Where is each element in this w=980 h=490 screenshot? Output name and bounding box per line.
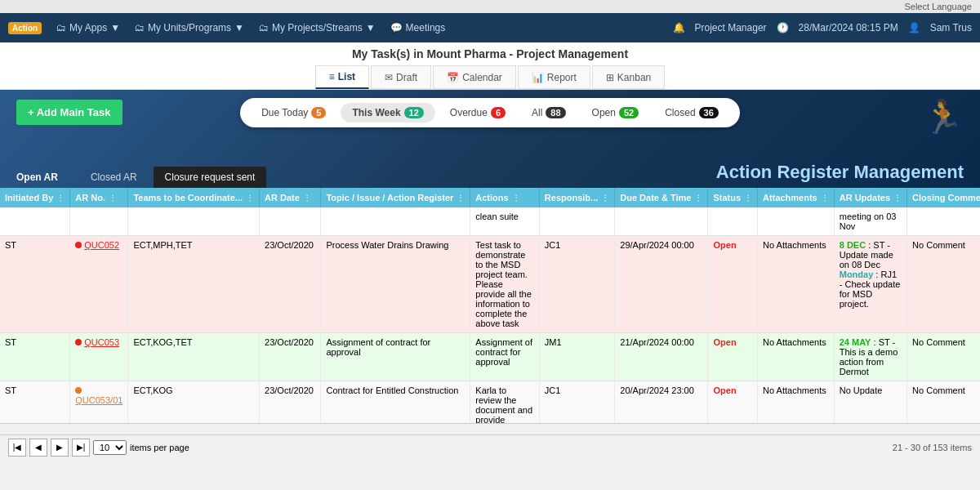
prev-page-btn[interactable]: ◀ <box>29 439 47 457</box>
ar-number-link[interactable]: QUC053 <box>84 337 119 347</box>
overdue-badge: 6 <box>491 107 506 118</box>
col-menu-actions[interactable]: ⋮ <box>512 194 520 203</box>
col-initiated-by: Initiated By⋮ <box>0 188 70 207</box>
update-date-2: Monday <box>840 270 874 279</box>
items-per-page-select[interactable]: 10 25 50 <box>93 440 127 455</box>
filter-this-week[interactable]: This Week 12 <box>341 103 434 122</box>
items-per-page-label: items per page <box>130 443 189 452</box>
ar-section-tabs: Open AR Closed AR Closure request sent <box>0 167 266 188</box>
runner-icon: 🏃 <box>923 98 964 136</box>
datetime-display: 28/Mar/2024 08:15 PM <box>799 22 898 33</box>
cell-teams: ECT,KOG <box>128 381 260 424</box>
tab-closed-ar[interactable]: Closed AR <box>74 167 154 188</box>
filter-all[interactable]: All 88 <box>520 103 577 122</box>
col-menu-teams[interactable]: ⋮ <box>246 194 254 203</box>
tab-calendar[interactable]: 📅 Calendar <box>433 65 516 89</box>
col-menu-initiated[interactable]: ⋮ <box>56 194 65 203</box>
nav-meetings[interactable]: 💬 Meetings <box>384 19 452 37</box>
tab-list[interactable]: ≡ List <box>315 65 369 89</box>
table-header-row: Initiated By⋮ AR No.⋮ Teams to be Coordi… <box>0 188 980 207</box>
cell-initiated-by <box>0 207 70 236</box>
cell-responsible: JM1 <box>539 333 614 381</box>
username-display: Sam Trus <box>930 22 972 33</box>
col-menu-status[interactable]: ⋮ <box>744 194 752 203</box>
cell-status: Open <box>708 236 758 333</box>
filter-open[interactable]: Open 52 <box>581 103 651 122</box>
cell-actions: clean suite <box>470 207 540 236</box>
items-per-page-control: 10 25 50 items per page <box>93 440 189 455</box>
cell-updates: meeting on 03 Nov <box>834 207 906 236</box>
cell-actions: Test task to demonstrate to the MSD proj… <box>470 236 540 333</box>
col-responsible: Responsib...⋮ <box>539 188 614 207</box>
nav-my-units[interactable]: 🗂 My Units/Programs ▼ <box>128 19 251 37</box>
col-menu-resp[interactable]: ⋮ <box>601 194 609 203</box>
all-badge: 88 <box>546 107 565 118</box>
table-body: clean suite meeting on 03 Nov ST QUC052 … <box>0 207 980 423</box>
ar-dot <box>75 339 82 345</box>
col-ar-no: AR No.⋮ <box>70 188 128 207</box>
list-icon: ≡ <box>329 71 335 82</box>
last-page-btn[interactable]: ▶| <box>72 439 90 457</box>
filter-overdue[interactable]: Overdue 6 <box>439 103 517 122</box>
task-table-wrapper[interactable]: Initiated By⋮ AR No.⋮ Teams to be Coordi… <box>0 188 980 423</box>
cell-due-date <box>615 207 708 236</box>
cell-closing: No Comment <box>907 381 980 424</box>
col-menu-due[interactable]: ⋮ <box>694 194 702 203</box>
col-menu-topic[interactable]: ⋮ <box>457 194 465 203</box>
folder-icon-2: 🗂 <box>135 22 145 33</box>
col-closing: Closing Comment...⋮ <box>907 188 980 207</box>
cell-topic: Process Water Drains Drawing <box>321 236 470 333</box>
col-menu-arno[interactable]: ⋮ <box>109 194 117 203</box>
cell-updates: 24 MAY : ST - This is a demo action from… <box>834 333 906 381</box>
open-badge: 52 <box>619 107 639 118</box>
dropdown-icon: ▼ <box>110 22 120 33</box>
chat-icon: 💬 <box>390 22 403 33</box>
table-row: ST QUC053/01 ECT,KOG 23/Oct/2020 Contrac… <box>0 381 980 424</box>
status-badge: Open <box>713 337 736 347</box>
cell-teams <box>128 207 260 236</box>
cell-updates: No Update <box>834 381 906 424</box>
filter-closed[interactable]: Closed 36 <box>653 103 730 122</box>
cell-updates: 8 DEC : ST - Update made on 08 DecMonday… <box>834 236 906 333</box>
status-badge: Open <box>713 240 736 250</box>
col-attachments: Attachments⋮ <box>758 188 835 207</box>
cell-due-date: 20/Apr/2024 23:00 <box>615 381 708 424</box>
table-row: clean suite meeting on 03 Nov <box>0 207 980 236</box>
tab-kanban[interactable]: ⊞ Kanban <box>592 65 665 89</box>
page-info: 21 - 30 of 153 items <box>893 443 972 452</box>
tab-open-ar[interactable]: Open AR <box>0 167 74 188</box>
col-menu-attach[interactable]: ⋮ <box>821 194 829 203</box>
next-page-btn[interactable]: ▶ <box>51 439 69 457</box>
ar-number-link[interactable]: QUC052 <box>84 240 119 250</box>
notification-icon[interactable]: 🔔 <box>673 22 685 33</box>
cell-ar-date: 23/Oct/2020 <box>260 381 321 424</box>
draft-icon: ✉ <box>385 72 393 83</box>
calendar-icon: 📅 <box>447 72 459 83</box>
filter-due-today[interactable]: Due Today 5 <box>250 103 337 122</box>
ar-number-link[interactable]: QUC053/01 <box>75 395 122 405</box>
update-date-1: 8 DEC <box>840 240 866 250</box>
cell-closing <box>907 207 980 236</box>
col-menu-ardate[interactable]: ⋮ <box>303 194 311 203</box>
dropdown-icon-3: ▼ <box>366 22 376 33</box>
closure-request-button[interactable]: Closure request sent <box>154 167 267 188</box>
bottom-bar: |◀ ◀ ▶ ▶| 10 25 50 items per page 21 - 3… <box>0 434 980 459</box>
top-nav: Action 🗂 My Apps ▼ 🗂 My Units/Programs ▼… <box>0 13 980 42</box>
cell-ar-no <box>70 207 128 236</box>
cell-responsible <box>539 207 614 236</box>
ar-management-title: Action Register Management <box>716 162 964 183</box>
tab-draft[interactable]: ✉ Draft <box>371 65 431 89</box>
status-badge: Open <box>713 385 736 395</box>
select-language-link[interactable]: Select Language <box>904 2 972 11</box>
folder-icon: 🗂 <box>56 22 66 33</box>
col-menu-updates[interactable]: ⋮ <box>893 194 902 203</box>
horizontal-scrollbar[interactable] <box>0 423 980 434</box>
task-table: Initiated By⋮ AR No.⋮ Teams to be Coordi… <box>0 188 980 423</box>
nav-my-apps[interactable]: 🗂 My Apps ▼ <box>50 19 127 37</box>
first-page-btn[interactable]: |◀ <box>8 439 26 457</box>
pagination-controls: |◀ ◀ ▶ ▶| 10 25 50 items per page <box>8 439 189 457</box>
dropdown-icon-2: ▼ <box>234 22 244 33</box>
tab-report[interactable]: 📊 Report <box>518 65 590 89</box>
nav-my-projects[interactable]: 🗂 My Projects/Streams ▼ <box>252 19 382 37</box>
top-nav-right: 🔔 Project Manager 🕐 28/Mar/2024 08:15 PM… <box>673 22 972 33</box>
